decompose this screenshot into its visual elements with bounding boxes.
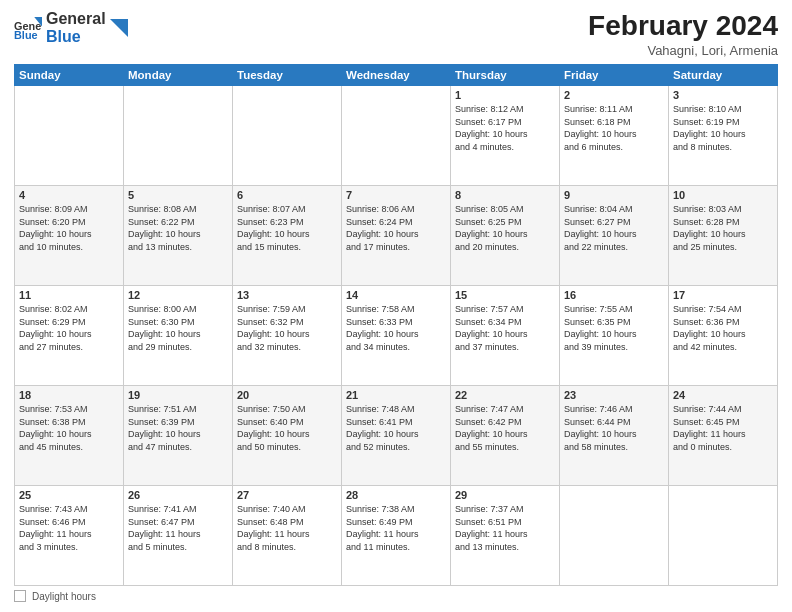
day-info: Sunrise: 7:51 AM Sunset: 6:39 PM Dayligh… — [128, 403, 228, 453]
col-sunday: Sunday — [15, 65, 124, 86]
logo: General Blue General Blue — [14, 10, 128, 45]
day-cell: 19Sunrise: 7:51 AM Sunset: 6:39 PM Dayli… — [124, 386, 233, 486]
day-info: Sunrise: 7:38 AM Sunset: 6:49 PM Dayligh… — [346, 503, 446, 553]
day-number: 10 — [673, 189, 773, 201]
day-number: 3 — [673, 89, 773, 101]
day-cell: 21Sunrise: 7:48 AM Sunset: 6:41 PM Dayli… — [342, 386, 451, 486]
day-cell — [233, 86, 342, 186]
day-cell: 22Sunrise: 7:47 AM Sunset: 6:42 PM Dayli… — [451, 386, 560, 486]
day-number: 25 — [19, 489, 119, 501]
day-cell: 24Sunrise: 7:44 AM Sunset: 6:45 PM Dayli… — [669, 386, 778, 486]
day-number: 8 — [455, 189, 555, 201]
day-info: Sunrise: 8:06 AM Sunset: 6:24 PM Dayligh… — [346, 203, 446, 253]
day-cell — [15, 86, 124, 186]
day-info: Sunrise: 7:58 AM Sunset: 6:33 PM Dayligh… — [346, 303, 446, 353]
day-cell: 23Sunrise: 7:46 AM Sunset: 6:44 PM Dayli… — [560, 386, 669, 486]
day-info: Sunrise: 8:11 AM Sunset: 6:18 PM Dayligh… — [564, 103, 664, 153]
day-cell: 18Sunrise: 7:53 AM Sunset: 6:38 PM Dayli… — [15, 386, 124, 486]
day-number: 4 — [19, 189, 119, 201]
day-cell — [669, 486, 778, 586]
logo-blue: Blue — [46, 28, 106, 46]
day-number: 14 — [346, 289, 446, 301]
day-number: 28 — [346, 489, 446, 501]
day-number: 26 — [128, 489, 228, 501]
week-row-1: 1Sunrise: 8:12 AM Sunset: 6:17 PM Daylig… — [15, 86, 778, 186]
day-cell: 27Sunrise: 7:40 AM Sunset: 6:48 PM Dayli… — [233, 486, 342, 586]
day-number: 7 — [346, 189, 446, 201]
day-number: 17 — [673, 289, 773, 301]
day-cell: 26Sunrise: 7:41 AM Sunset: 6:47 PM Dayli… — [124, 486, 233, 586]
col-saturday: Saturday — [669, 65, 778, 86]
week-row-5: 25Sunrise: 7:43 AM Sunset: 6:46 PM Dayli… — [15, 486, 778, 586]
footer: Daylight hours — [14, 590, 778, 602]
day-cell: 5Sunrise: 8:08 AM Sunset: 6:22 PM Daylig… — [124, 186, 233, 286]
day-info: Sunrise: 7:43 AM Sunset: 6:46 PM Dayligh… — [19, 503, 119, 553]
day-info: Sunrise: 7:41 AM Sunset: 6:47 PM Dayligh… — [128, 503, 228, 553]
day-info: Sunrise: 7:50 AM Sunset: 6:40 PM Dayligh… — [237, 403, 337, 453]
day-number: 15 — [455, 289, 555, 301]
day-info: Sunrise: 7:47 AM Sunset: 6:42 PM Dayligh… — [455, 403, 555, 453]
week-row-2: 4Sunrise: 8:09 AM Sunset: 6:20 PM Daylig… — [15, 186, 778, 286]
day-cell — [342, 86, 451, 186]
day-info: Sunrise: 7:55 AM Sunset: 6:35 PM Dayligh… — [564, 303, 664, 353]
day-cell: 16Sunrise: 7:55 AM Sunset: 6:35 PM Dayli… — [560, 286, 669, 386]
day-cell: 13Sunrise: 7:59 AM Sunset: 6:32 PM Dayli… — [233, 286, 342, 386]
day-cell: 4Sunrise: 8:09 AM Sunset: 6:20 PM Daylig… — [15, 186, 124, 286]
day-cell: 28Sunrise: 7:38 AM Sunset: 6:49 PM Dayli… — [342, 486, 451, 586]
day-info: Sunrise: 8:05 AM Sunset: 6:25 PM Dayligh… — [455, 203, 555, 253]
day-info: Sunrise: 8:00 AM Sunset: 6:30 PM Dayligh… — [128, 303, 228, 353]
week-row-3: 11Sunrise: 8:02 AM Sunset: 6:29 PM Dayli… — [15, 286, 778, 386]
day-info: Sunrise: 7:59 AM Sunset: 6:32 PM Dayligh… — [237, 303, 337, 353]
col-friday: Friday — [560, 65, 669, 86]
week-row-4: 18Sunrise: 7:53 AM Sunset: 6:38 PM Dayli… — [15, 386, 778, 486]
day-info: Sunrise: 8:03 AM Sunset: 6:28 PM Dayligh… — [673, 203, 773, 253]
daylight-box-icon — [14, 590, 26, 602]
day-number: 13 — [237, 289, 337, 301]
day-number: 23 — [564, 389, 664, 401]
day-info: Sunrise: 8:04 AM Sunset: 6:27 PM Dayligh… — [564, 203, 664, 253]
calendar-table: Sunday Monday Tuesday Wednesday Thursday… — [14, 64, 778, 586]
day-cell: 17Sunrise: 7:54 AM Sunset: 6:36 PM Dayli… — [669, 286, 778, 386]
day-info: Sunrise: 7:46 AM Sunset: 6:44 PM Dayligh… — [564, 403, 664, 453]
day-info: Sunrise: 8:08 AM Sunset: 6:22 PM Dayligh… — [128, 203, 228, 253]
day-info: Sunrise: 7:53 AM Sunset: 6:38 PM Dayligh… — [19, 403, 119, 453]
day-info: Sunrise: 8:10 AM Sunset: 6:19 PM Dayligh… — [673, 103, 773, 153]
header: General Blue General Blue February 2024 … — [14, 10, 778, 58]
day-cell: 15Sunrise: 7:57 AM Sunset: 6:34 PM Dayli… — [451, 286, 560, 386]
svg-marker-3 — [110, 19, 128, 37]
col-tuesday: Tuesday — [233, 65, 342, 86]
col-monday: Monday — [124, 65, 233, 86]
day-number: 24 — [673, 389, 773, 401]
day-number: 5 — [128, 189, 228, 201]
day-info: Sunrise: 7:57 AM Sunset: 6:34 PM Dayligh… — [455, 303, 555, 353]
day-number: 6 — [237, 189, 337, 201]
logo-general: General — [46, 10, 106, 28]
day-cell: 7Sunrise: 8:06 AM Sunset: 6:24 PM Daylig… — [342, 186, 451, 286]
day-cell: 2Sunrise: 8:11 AM Sunset: 6:18 PM Daylig… — [560, 86, 669, 186]
month-year: February 2024 — [588, 10, 778, 42]
day-cell: 25Sunrise: 7:43 AM Sunset: 6:46 PM Dayli… — [15, 486, 124, 586]
location: Vahagni, Lori, Armenia — [588, 43, 778, 58]
day-info: Sunrise: 8:02 AM Sunset: 6:29 PM Dayligh… — [19, 303, 119, 353]
day-info: Sunrise: 8:09 AM Sunset: 6:20 PM Dayligh… — [19, 203, 119, 253]
daylight-label: Daylight hours — [32, 591, 96, 602]
col-wednesday: Wednesday — [342, 65, 451, 86]
day-number: 12 — [128, 289, 228, 301]
day-number: 21 — [346, 389, 446, 401]
title-section: February 2024 Vahagni, Lori, Armenia — [588, 10, 778, 58]
svg-text:Blue: Blue — [14, 28, 38, 40]
day-info: Sunrise: 7:48 AM Sunset: 6:41 PM Dayligh… — [346, 403, 446, 453]
day-cell: 9Sunrise: 8:04 AM Sunset: 6:27 PM Daylig… — [560, 186, 669, 286]
day-cell — [560, 486, 669, 586]
day-number: 29 — [455, 489, 555, 501]
page: General Blue General Blue February 2024 … — [0, 0, 792, 612]
day-cell: 1Sunrise: 8:12 AM Sunset: 6:17 PM Daylig… — [451, 86, 560, 186]
day-number: 22 — [455, 389, 555, 401]
day-info: Sunrise: 8:07 AM Sunset: 6:23 PM Dayligh… — [237, 203, 337, 253]
col-thursday: Thursday — [451, 65, 560, 86]
day-cell: 20Sunrise: 7:50 AM Sunset: 6:40 PM Dayli… — [233, 386, 342, 486]
day-cell: 3Sunrise: 8:10 AM Sunset: 6:19 PM Daylig… — [669, 86, 778, 186]
day-info: Sunrise: 7:44 AM Sunset: 6:45 PM Dayligh… — [673, 403, 773, 453]
day-number: 20 — [237, 389, 337, 401]
day-number: 2 — [564, 89, 664, 101]
